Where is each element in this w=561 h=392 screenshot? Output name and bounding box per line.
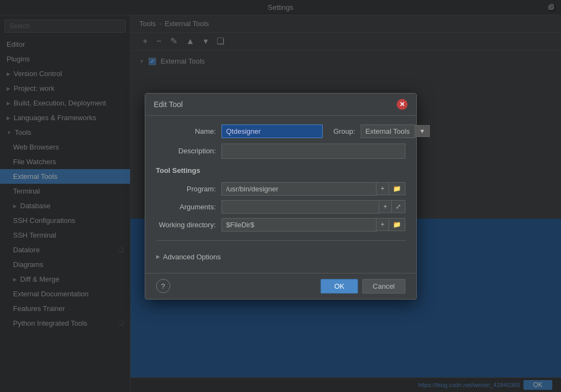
settings-window: Settings ✕ Editor Plugins Version Contro… <box>0 0 561 392</box>
working-directory-row: Working directory: + 📁 <box>156 218 405 232</box>
name-input[interactable] <box>221 125 323 138</box>
tool-settings-section: Program: + 📁 Arguments: + ⤢ <box>156 182 405 232</box>
ok-button[interactable]: OK <box>320 279 358 294</box>
dialog-title-bar: Edit Tool ✕ <box>145 94 416 116</box>
program-input[interactable] <box>221 182 377 196</box>
dialog-body: Name: Group: External Tools ▼ Descriptio… <box>145 116 416 273</box>
dialog-footer: ? OK Cancel <box>145 273 416 299</box>
group-select[interactable]: External Tools <box>361 125 415 138</box>
working-dir-add-button[interactable]: + <box>377 218 389 231</box>
name-group-row: Name: Group: External Tools ▼ <box>156 125 405 138</box>
working-directory-label: Working directory: <box>156 221 216 229</box>
dialog-close-button[interactable]: ✕ <box>397 99 408 110</box>
cancel-button[interactable]: Cancel <box>362 279 405 294</box>
arguments-label: Arguments: <box>156 203 216 211</box>
arguments-input[interactable] <box>221 200 380 214</box>
description-input[interactable] <box>221 144 405 159</box>
dialog-title: Edit Tool <box>154 100 183 109</box>
working-dir-browse-button[interactable]: 📁 <box>389 218 405 231</box>
modal-overlay: Edit Tool ✕ Name: Group: External Tools … <box>0 0 561 392</box>
tool-settings-header: Tool Settings <box>156 164 405 177</box>
advanced-options-toggle[interactable]: ▶ Advanced Options <box>156 250 405 264</box>
arguments-input-group: + ⤢ <box>221 200 405 214</box>
footer-buttons: OK Cancel <box>320 279 405 294</box>
program-row: Program: + 📁 <box>156 182 405 196</box>
description-row: Description: <box>156 144 405 159</box>
program-add-button[interactable]: + <box>377 182 389 195</box>
program-browse-button[interactable]: 📁 <box>389 182 405 195</box>
group-select-wrapper: External Tools ▼ <box>361 125 430 138</box>
edit-tool-dialog: Edit Tool ✕ Name: Group: External Tools … <box>145 93 417 300</box>
help-button[interactable]: ? <box>156 279 170 293</box>
program-input-group: + 📁 <box>221 182 405 196</box>
name-label: Name: <box>156 127 216 135</box>
working-dir-input-group: + 📁 <box>221 218 405 232</box>
triangle-icon: ▶ <box>156 254 160 259</box>
arguments-add-button[interactable]: + <box>379 200 391 213</box>
dropdown-arrow-icon[interactable]: ▼ <box>415 125 430 137</box>
working-directory-input[interactable] <box>221 218 377 232</box>
description-label: Description: <box>156 147 216 155</box>
group-label: Group: <box>328 127 355 135</box>
arguments-row: Arguments: + ⤢ <box>156 200 405 214</box>
divider <box>156 240 405 241</box>
arguments-expand-button[interactable]: ⤢ <box>392 200 405 213</box>
advanced-options-label: Advanced Options <box>163 253 221 261</box>
program-label: Program: <box>156 185 216 193</box>
